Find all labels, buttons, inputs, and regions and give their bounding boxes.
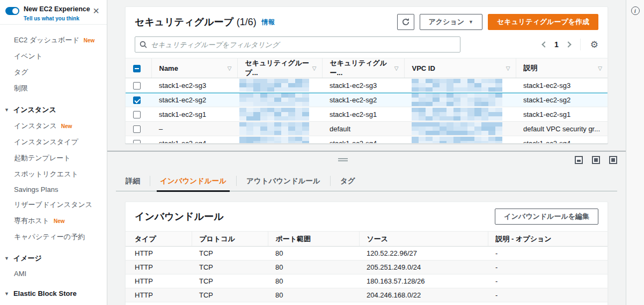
cell-description: stack1-ec2-sg2 (516, 93, 608, 107)
sort-icon[interactable]: ▽ (228, 65, 232, 71)
sort-icon[interactable]: ▽ (312, 65, 317, 71)
sidebar-item[interactable]: インスタンスNew (0, 118, 107, 134)
inbound-rules-table: タイププロトコルポート範囲ソース説明 - オプション HTTPTCP80120.… (126, 231, 608, 302)
sidebar-item[interactable]: AMI (0, 266, 107, 281)
cell-port-range: 80 (268, 274, 359, 288)
row-checkbox[interactable] (133, 140, 141, 144)
filter-row: 1 ⚙ (126, 34, 608, 58)
sidebar-item[interactable]: リザーブドインスタンス (0, 197, 107, 213)
row-checkbox[interactable] (133, 82, 141, 90)
new-badge: New (61, 123, 72, 129)
tab-outbound-rules[interactable]: アウトバウンドルール (237, 171, 330, 191)
sidebar-item[interactable]: Savings Plans (0, 182, 107, 197)
cell-description: - (488, 288, 608, 302)
sidebar-item[interactable]: スポットリクエスト (0, 166, 107, 182)
row-checkbox[interactable] (133, 125, 141, 133)
sidebar-nav: EC2 ダッシュボードNewイベントタグ制限▼インスタンスインスタンスNewイン… (0, 25, 107, 305)
table-header-row: タイププロトコルポート範囲ソース説明 - オプション (126, 232, 608, 247)
sidebar: New EC2 Experience Tell us what you thin… (0, 0, 107, 305)
new-experience-toggle[interactable] (5, 7, 19, 15)
page-number: 1 (554, 40, 559, 49)
table-row[interactable]: stack1-ec2-sg3stack1-ec2-sg3stack1-ec2-s… (126, 78, 608, 93)
chevron-down-icon: ▼ (4, 107, 9, 113)
tab-tags[interactable]: タグ (331, 171, 365, 191)
select-cell (126, 136, 151, 144)
cell-security-group-name: stack1-ec2-sg3 (322, 78, 404, 93)
table-row[interactable]: stack1-ec2-sg4stack1-ec2-sg4stack1-ec2-s… (126, 136, 608, 144)
rule-row[interactable]: HTTPTCP80205.251.249.0/24- (126, 261, 608, 274)
sort-icon[interactable]: ▽ (506, 65, 510, 71)
row-checkbox[interactable] (133, 96, 141, 104)
sidebar-item[interactable]: 制限 (0, 80, 107, 96)
tab-details[interactable]: 詳細 (116, 171, 150, 191)
sidebar-item[interactable]: ボリューム (0, 301, 107, 305)
gear-icon[interactable]: ⚙ (590, 40, 598, 49)
select-cell (126, 93, 151, 107)
info-icon[interactable]: i (631, 6, 640, 15)
redacted-pixelation (412, 79, 506, 92)
cell-source: 204.246.168.0/22 (359, 288, 488, 302)
sidebar-item-label: 起動テンプレート (14, 153, 71, 163)
create-security-group-button[interactable]: セキュリティグループを作成 (488, 14, 598, 30)
sidebar-item-label: Elastic Block Store (13, 289, 77, 297)
cell-security-group-id (237, 122, 322, 136)
panel-size-medium-button[interactable] (592, 156, 600, 164)
rule-row[interactable]: HTTPTCP80204.246.168.0/22- (126, 288, 608, 302)
page-prev-icon[interactable] (541, 41, 547, 47)
drag-handle-icon[interactable] (338, 158, 348, 162)
redacted-pixelation (239, 79, 310, 92)
sidebar-item[interactable]: 起動テンプレート (0, 150, 107, 166)
column-header: 説明▽ (516, 58, 608, 78)
search-box[interactable] (135, 36, 460, 53)
cell-description: - (488, 247, 608, 261)
sidebar-section-header: ▼イメージ (0, 250, 107, 266)
redacted-pixelation (412, 108, 506, 121)
feedback-link[interactable]: Tell us what you think (24, 16, 79, 21)
page-next-icon[interactable] (565, 41, 571, 47)
redacted-pixelation (239, 122, 310, 135)
cell-security-group-id (237, 78, 322, 93)
sort-icon[interactable]: ▽ (598, 65, 602, 71)
sort-icon[interactable]: ▽ (394, 65, 399, 71)
row-checkbox[interactable] (133, 111, 141, 118)
sidebar-item-label: インスタンス (13, 105, 56, 115)
info-link[interactable]: 情報 (262, 18, 275, 27)
cell-type: HTTP (126, 288, 192, 302)
column-header-label: VPC ID (412, 64, 435, 72)
sidebar-item-label: キャパシティーの予約 (14, 232, 85, 242)
sidebar-item[interactable]: イベント (0, 48, 107, 64)
sidebar-item[interactable]: EC2 ダッシュボードNew (0, 32, 107, 48)
select-cell (126, 78, 151, 93)
sidebar-item[interactable]: インスタンスタイプ (0, 134, 107, 150)
cell-description: stack1-ec2-sg3 (516, 78, 608, 93)
panel-size-large-button[interactable] (609, 156, 617, 164)
table-row[interactable]: –defaultdefault VPC security gr... (126, 122, 608, 136)
select-all-checkbox[interactable] (133, 65, 141, 72)
column-header: タイプ (126, 232, 192, 247)
actions-button[interactable]: アクション ▼ (420, 14, 482, 30)
sidebar-item[interactable]: キャパシティーの予約 (0, 229, 107, 245)
column-header-label: セキュリティグルー... (330, 58, 394, 78)
rule-row[interactable]: HTTPTCP80120.52.22.96/27- (126, 247, 608, 261)
edit-inbound-rules-button[interactable]: インバウンドルールを編集 (495, 209, 598, 225)
sidebar-item-label: スポットリクエスト (14, 169, 78, 179)
sidebar-section-header: ▼Elastic Block Store (0, 286, 107, 301)
cell-description: - (488, 274, 608, 288)
column-header: ポート範囲 (268, 232, 359, 247)
rule-row[interactable]: HTTPTCP80180.163.57.128/26- (126, 274, 608, 288)
cell-port-range: 80 (268, 247, 359, 261)
tab-inbound-rules[interactable]: インバウンドルール (150, 171, 236, 191)
refresh-button[interactable] (397, 14, 414, 30)
sidebar-item-label: タグ (14, 68, 28, 77)
sidebar-item[interactable]: タグ (0, 64, 107, 80)
cell-protocol: TCP (192, 247, 268, 261)
table-row[interactable]: stack1-ec2-sg2stack1-ec2-sg2stack1-ec2-s… (126, 93, 608, 107)
close-icon[interactable]: × (93, 5, 99, 16)
sidebar-item[interactable]: 専有ホストNew (0, 213, 107, 229)
table-row[interactable]: stack1-ec2-sg1stack1-ec2-sg1stack1-ec2-s… (126, 107, 608, 122)
cell-description: stack1-ec2-sg1 (516, 107, 608, 122)
cell-protocol: TCP (192, 274, 268, 288)
panel-size-small-button[interactable] (575, 156, 583, 164)
search-input[interactable] (151, 41, 456, 49)
page-title: セキュリティグループ (135, 16, 233, 28)
